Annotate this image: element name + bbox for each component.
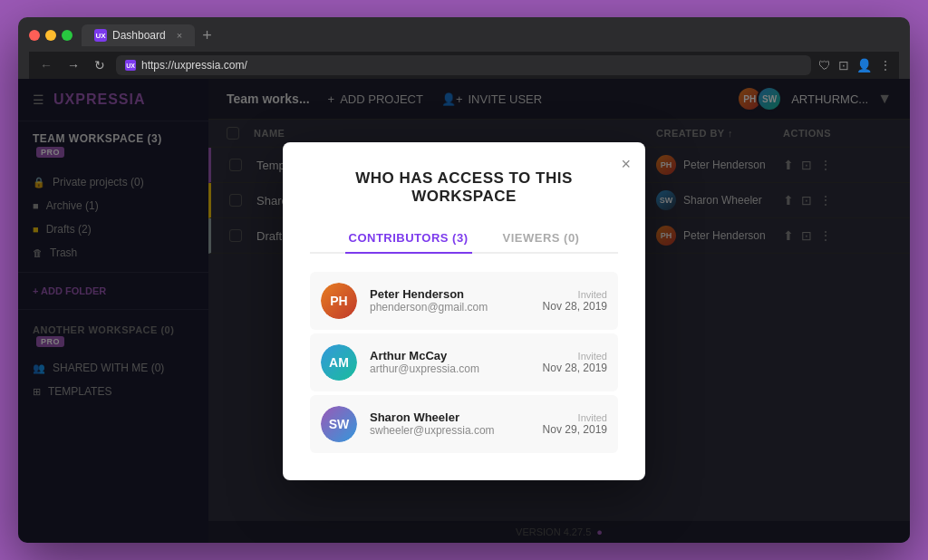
avatar-initials-3: SW: [321, 406, 357, 442]
url-input[interactable]: UX https://uxpressia.com/: [116, 55, 811, 75]
profile-icon: 👤: [856, 58, 872, 72]
contributor-date-2: Invited Nov 28, 2019: [543, 351, 607, 374]
contributor-item: SW Sharon Wheeler swheeler@uxpressia.com…: [310, 395, 618, 453]
tab-viewers[interactable]: VIEWERS (0): [499, 224, 584, 254]
extensions-icon: ⊡: [838, 58, 849, 72]
active-tab[interactable]: UX Dashboard ×: [82, 24, 195, 46]
contributor-list: PH Peter Henderson phenderson@gmail.com …: [310, 272, 618, 453]
contributor-avatar-3: SW: [321, 406, 357, 442]
avatar-initials-2: AM: [321, 344, 357, 381]
shield-icon: 🛡: [818, 58, 831, 72]
browser-chrome: UX Dashboard × + ← → ↻ UX https://uxpres…: [18, 17, 910, 79]
contributor-info-3: Sharon Wheeler swheeler@uxpressia.com: [370, 410, 530, 437]
contributor-datetext-1: Nov 28, 2019: [543, 300, 607, 313]
tab-contributors[interactable]: CONTRIBUTORS (3): [345, 224, 472, 254]
contributor-date-1: Invited Nov 28, 2019: [543, 289, 607, 313]
contributor-datetext-2: Nov 28, 2019: [543, 362, 607, 374]
modal: × WHO HAS ACCESS TO THIS WORKSPACE CONTR…: [283, 142, 645, 480]
tab-favicon: UX: [94, 29, 107, 42]
tab-close-icon[interactable]: ×: [177, 30, 182, 41]
contributor-info-1: Peter Henderson phenderson@gmail.com: [370, 287, 530, 314]
contributor-name-2: Arthur McCay: [370, 349, 530, 362]
close-button[interactable]: [29, 30, 40, 41]
modal-close-button[interactable]: ×: [621, 155, 631, 174]
contributor-item: AM Arthur McCay arthur@uxpressia.com Inv…: [310, 333, 618, 391]
contributor-name-1: Peter Henderson: [370, 287, 530, 301]
contributor-invited-3: Invited: [543, 412, 607, 423]
maximize-button[interactable]: [62, 30, 72, 41]
address-bar: ← → ↻ UX https://uxpressia.com/ 🛡 ⊡ 👤 ⋮: [29, 52, 899, 79]
contributor-email-2: arthur@uxpressia.com: [370, 362, 530, 375]
modal-overlay: × WHO HAS ACCESS TO THIS WORKSPACE CONTR…: [18, 79, 910, 543]
contributor-email-1: phenderson@gmail.com: [370, 301, 530, 314]
modal-tabs: CONTRIBUTORS (3) VIEWERS (0): [310, 224, 618, 254]
contributor-datetext-3: Nov 29, 2019: [543, 423, 607, 436]
new-tab-button[interactable]: +: [202, 26, 212, 45]
contributor-avatar-2: AM: [321, 344, 357, 381]
site-favicon: UX: [125, 60, 136, 71]
contributor-info-2: Arthur McCay arthur@uxpressia.com: [370, 349, 530, 375]
back-button[interactable]: ←: [36, 56, 56, 74]
traffic-lights: [29, 30, 72, 41]
url-text: https://uxpressia.com/: [141, 59, 247, 72]
tab-bar: UX Dashboard × +: [82, 24, 899, 46]
browser-extras: 🛡 ⊡ 👤 ⋮: [818, 58, 892, 72]
contributor-item: PH Peter Henderson phenderson@gmail.com …: [310, 272, 618, 330]
modal-title: WHO HAS ACCESS TO THIS WORKSPACE: [310, 169, 618, 206]
contributor-avatar-1: PH: [321, 283, 357, 319]
contributor-email-3: swheeler@uxpressia.com: [370, 424, 530, 437]
refresh-button[interactable]: ↻: [91, 56, 109, 74]
forward-button[interactable]: →: [63, 56, 83, 74]
contributor-date-3: Invited Nov 29, 2019: [543, 412, 607, 436]
contributor-invited-2: Invited: [543, 351, 607, 362]
contributor-invited-1: Invited: [543, 289, 607, 300]
avatar-initials-1: PH: [321, 283, 357, 319]
contributor-name-3: Sharon Wheeler: [370, 410, 530, 424]
minimize-button[interactable]: [45, 30, 56, 41]
tab-label: Dashboard: [112, 29, 166, 42]
menu-icon[interactable]: ⋮: [879, 58, 892, 72]
